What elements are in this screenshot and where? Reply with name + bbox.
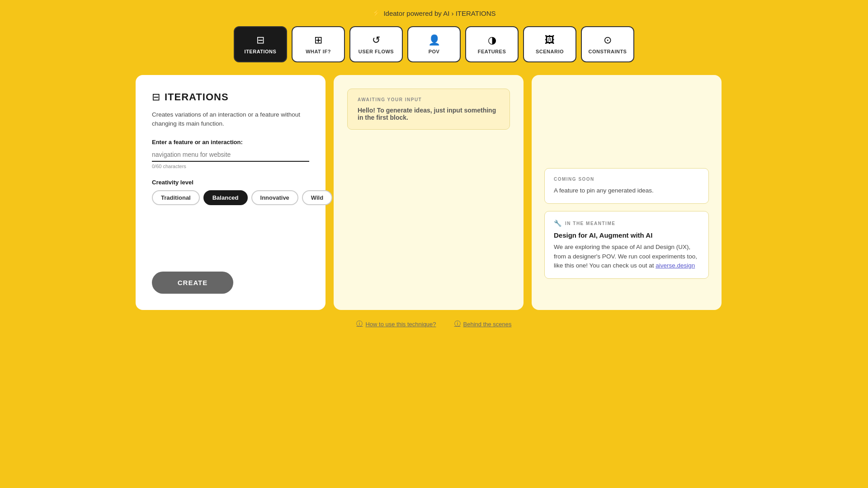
wrench-icon: 🔧 <box>554 220 561 227</box>
middle-panel: AWAITING YOUR INPUT Hello! To generate i… <box>334 75 524 310</box>
awaiting-text: Hello! To generate ideas, just input som… <box>358 107 500 121</box>
tab-features-label: FEATURES <box>478 49 506 54</box>
panel-description: Creates variations of an interaction or … <box>152 110 309 129</box>
meantime-text: We are exploring the space of AI and Des… <box>554 243 699 270</box>
create-button[interactable]: CREATE <box>152 272 233 294</box>
whatif-icon: ⊞ <box>314 34 322 46</box>
meantime-card: 🔧 IN THE MEANTIME Design for AI, Augment… <box>544 211 709 279</box>
tab-iterations-label: ITERATIONS <box>245 49 277 54</box>
behind-scenes-link[interactable]: ⓘ Behind the scenes <box>454 320 512 328</box>
meantime-label-row: 🔧 IN THE MEANTIME <box>554 220 699 227</box>
tab-constraints[interactable]: ⊙ CONSTRAINTS <box>581 26 634 62</box>
nav-tabs: ⊟ ITERATIONS ⊞ WHAT IF? ↺ USER FLOWS 👤 P… <box>234 26 634 62</box>
aiverse-link[interactable]: aiverse.design <box>656 262 695 269</box>
creativity-traditional[interactable]: Traditional <box>152 190 200 205</box>
iterations-icon: ⊟ <box>256 34 264 46</box>
how-to-text: How to use this technique? <box>365 321 436 328</box>
creativity-label: Creativity level <box>152 179 309 186</box>
meantime-label: IN THE MEANTIME <box>565 221 615 226</box>
left-panel: ⊟ ITERATIONS Creates variations of an in… <box>136 75 326 310</box>
panel-title: ITERATIONS <box>165 91 229 103</box>
bolt-icon: ⚡ <box>372 9 381 17</box>
tab-features[interactable]: ◑ FEATURES <box>465 26 519 62</box>
breadcrumb-text: Ideator powered by AI › ITERATIONS <box>383 9 495 17</box>
tab-userflows-label: USER FLOWS <box>359 49 394 54</box>
behind-scenes-text: Behind the scenes <box>463 321 512 328</box>
tab-whatif-label: WHAT IF? <box>306 49 331 54</box>
tab-constraints-label: CONSTRAINTS <box>589 49 627 54</box>
creativity-wild[interactable]: Wild <box>302 190 332 205</box>
creativity-innovative[interactable]: Innovative <box>251 190 298 205</box>
features-icon: ◑ <box>488 34 496 46</box>
tab-pov-label: POV <box>429 49 440 54</box>
userflows-icon: ↺ <box>372 34 380 46</box>
main-content: ⊟ ITERATIONS Creates variations of an in… <box>136 75 732 310</box>
breadcrumb: ⚡ Ideator powered by AI › ITERATIONS <box>372 9 495 17</box>
footer-links: ⓘ How to use this technique? ⓘ Behind th… <box>356 320 511 328</box>
char-count: 0/60 characters <box>152 164 309 169</box>
info-icon-2: ⓘ <box>454 320 461 328</box>
tab-scenario-label: SCENARIO <box>536 49 564 54</box>
meantime-title: Design for AI, Augment with AI <box>554 231 699 239</box>
creativity-balanced[interactable]: Balanced <box>203 190 248 205</box>
tab-scenario[interactable]: 🖼 SCENARIO <box>523 26 576 62</box>
how-to-link[interactable]: ⓘ How to use this technique? <box>356 320 436 328</box>
tab-userflows[interactable]: ↺ USER FLOWS <box>349 26 403 62</box>
awaiting-box: AWAITING YOUR INPUT Hello! To generate i… <box>347 89 510 130</box>
awaiting-label: AWAITING YOUR INPUT <box>358 97 500 102</box>
right-panel: COMING SOON A feature to pin any generat… <box>532 75 722 310</box>
right-panel-spacer <box>544 89 709 161</box>
coming-soon-card: COMING SOON A feature to pin any generat… <box>544 168 709 204</box>
scenario-icon: 🖼 <box>545 34 555 46</box>
pov-icon: 👤 <box>428 34 440 46</box>
tab-pov[interactable]: 👤 POV <box>407 26 461 62</box>
panel-title-row: ⊟ ITERATIONS <box>152 91 309 103</box>
tab-whatif[interactable]: ⊞ WHAT IF? <box>292 26 345 62</box>
feature-input[interactable] <box>152 149 309 162</box>
info-icon-1: ⓘ <box>356 320 363 328</box>
constraints-icon: ⊙ <box>604 34 612 46</box>
creativity-buttons: Traditional Balanced Innovative Wild <box>152 190 309 205</box>
tab-iterations[interactable]: ⊟ ITERATIONS <box>234 26 287 62</box>
coming-soon-label: COMING SOON <box>554 177 699 182</box>
coming-soon-text: A feature to pin any generated ideas. <box>554 186 699 195</box>
field-label: Enter a feature or an interaction: <box>152 139 309 145</box>
panel-title-icon: ⊟ <box>152 91 160 103</box>
